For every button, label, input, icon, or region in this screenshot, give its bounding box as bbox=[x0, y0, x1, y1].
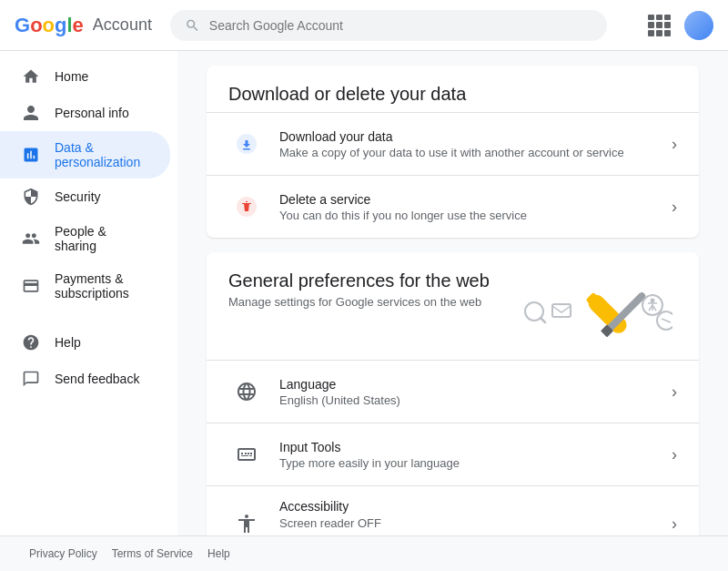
input-tools-icon bbox=[228, 436, 265, 473]
download-section-title: Download or delete your data bbox=[207, 66, 699, 112]
apps-icon[interactable] bbox=[648, 15, 670, 36]
svg-rect-5 bbox=[552, 304, 571, 317]
user-avatar[interactable] bbox=[684, 11, 713, 40]
account-label: Account bbox=[93, 15, 152, 35]
chevron-right-icon: › bbox=[672, 445, 677, 464]
svg-rect-1 bbox=[243, 148, 250, 150]
search-input[interactable] bbox=[209, 18, 592, 33]
chevron-right-icon: › bbox=[672, 382, 677, 402]
sidebar-item-data-personalization[interactable]: Data & personalization bbox=[0, 131, 170, 178]
header: Google Account bbox=[0, 0, 728, 51]
accessibility-item[interactable]: Accessibility Screen reader OFF High-con… bbox=[207, 485, 699, 535]
prefs-header: General preferences for the web Manage s… bbox=[207, 252, 699, 360]
accessibility-icon bbox=[228, 505, 265, 535]
chevron-right-icon: › bbox=[672, 198, 677, 217]
accessibility-desc: Screen reader OFF High-contrast colors O… bbox=[279, 515, 664, 535]
sidebar-item-help[interactable]: Help bbox=[0, 324, 170, 361]
input-tools-desc: Type more easily in your language bbox=[279, 456, 664, 470]
main-content: Download or delete your data Download yo… bbox=[177, 51, 728, 535]
download-data-title: Download your data bbox=[279, 129, 664, 144]
svg-line-4 bbox=[541, 318, 545, 322]
privacy-policy-link[interactable]: Privacy Policy bbox=[29, 547, 97, 560]
delete-icon bbox=[228, 189, 265, 225]
language-desc: English (United States) bbox=[279, 393, 664, 407]
google-wordmark: Google bbox=[15, 14, 84, 37]
sidebar-item-payments[interactable]: Payments & subscriptions bbox=[0, 262, 170, 310]
language-icon bbox=[228, 373, 265, 410]
accessibility-title: Accessibility bbox=[279, 499, 664, 514]
prefs-title: General preferences for the web bbox=[228, 270, 513, 291]
general-prefs-card: General preferences for the web Manage s… bbox=[207, 252, 699, 535]
input-tools-item[interactable]: Input Tools Type more easily in your lan… bbox=[207, 423, 699, 485]
tools-illustration bbox=[513, 270, 677, 352]
help-link[interactable]: Help bbox=[207, 547, 230, 560]
person-icon bbox=[22, 104, 40, 122]
sidebar-item-personal-info[interactable]: Personal info bbox=[0, 95, 170, 131]
delete-service-item[interactable]: Delete a service You can do this if you … bbox=[207, 175, 699, 238]
feedback-icon bbox=[22, 370, 40, 388]
chevron-right-icon: › bbox=[672, 135, 677, 154]
sidebar-item-home[interactable]: Home bbox=[0, 58, 170, 95]
search-icon bbox=[185, 17, 200, 34]
people-icon bbox=[22, 229, 40, 248]
logo: Google Account bbox=[15, 14, 152, 37]
prefs-subtitle: Manage settings for Google services on t… bbox=[228, 295, 513, 309]
svg-point-11 bbox=[651, 299, 655, 303]
download-delete-card: Download or delete your data Download yo… bbox=[207, 66, 699, 238]
sidebar-item-people-sharing[interactable]: People & sharing bbox=[0, 215, 170, 262]
search-bar[interactable] bbox=[170, 10, 607, 41]
sidebar-item-send-feedback[interactable]: Send feedback bbox=[0, 361, 170, 397]
download-icon bbox=[228, 126, 265, 162]
input-tools-title: Input Tools bbox=[279, 440, 664, 454]
delete-service-title: Delete a service bbox=[279, 192, 664, 207]
language-title: Language bbox=[279, 377, 664, 392]
sidebar-item-security[interactable]: Security bbox=[0, 178, 170, 215]
payments-icon bbox=[22, 277, 40, 295]
language-item[interactable]: Language English (United States) › bbox=[207, 360, 699, 423]
sidebar: Home Personal info Data & personalizatio… bbox=[0, 51, 177, 535]
terms-of-service-link[interactable]: Terms of Service bbox=[112, 547, 193, 560]
home-icon bbox=[22, 67, 40, 86]
shield-icon bbox=[22, 188, 40, 206]
download-data-desc: Make a copy of your data to use it with … bbox=[279, 146, 664, 159]
svg-line-13 bbox=[662, 319, 671, 322]
layout: Home Personal info Data & personalizatio… bbox=[0, 51, 728, 535]
tools-svg bbox=[518, 270, 672, 352]
data-icon bbox=[22, 146, 40, 164]
header-actions bbox=[648, 11, 713, 40]
delete-service-desc: You can do this if you no longer use the… bbox=[279, 209, 664, 222]
footer: Privacy Policy Terms of Service Help bbox=[0, 535, 728, 571]
help-icon bbox=[22, 333, 40, 352]
chevron-right-icon: › bbox=[672, 515, 677, 534]
download-data-item[interactable]: Download your data Make a copy of your d… bbox=[207, 112, 699, 175]
